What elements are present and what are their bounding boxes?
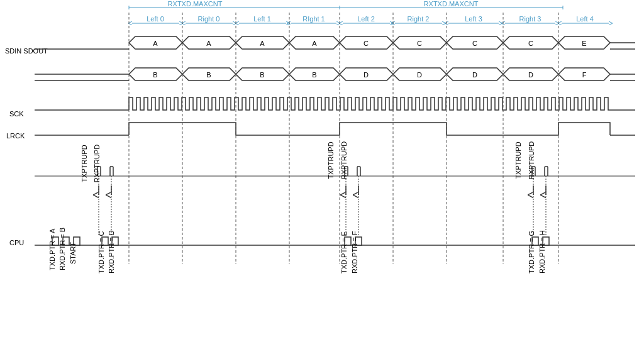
sdout-cell-5: C [417, 40, 422, 47]
cpu-label-rxd-b: RXD.PTR = B [58, 228, 66, 270]
slot-label-left4: Left 4 [576, 15, 594, 23]
cpu-label-rxd-d: RXD.PTR = D [108, 230, 115, 273]
slot-label-right3: Right 3 [519, 15, 541, 23]
sdin-cell-8: F [582, 71, 587, 79]
txptrupd-label-1: TXPTRUPD [80, 145, 88, 182]
sck-label: SCK [9, 110, 24, 118]
maxcnt-label-1: RXTXD.MAXCNT [168, 0, 223, 8]
cpu-label-txd-a: TXD.PTR = A [48, 228, 56, 270]
sdout-cell-6: C [472, 40, 477, 47]
slot-label-right0: Right 0 [198, 15, 220, 23]
sdin-cell-5: D [417, 71, 422, 79]
slot-label-left1: Left 1 [253, 15, 271, 23]
rxptrupd-label-3: RXPTRUPD [528, 141, 535, 180]
slot-label-left2: Left 2 [357, 15, 375, 23]
slot-label-right2: Right 2 [408, 15, 430, 23]
sdin-cell-1: B [206, 71, 211, 79]
sdout-cell-0: A [153, 40, 158, 47]
cpu-label-txd-e: TXD.PTR = E [340, 231, 348, 273]
cpu-label-txd-g: TXD.PTR = G [528, 231, 535, 273]
cpu-label: CPU [9, 239, 24, 246]
sdout-cell-8: E [582, 40, 586, 47]
sdin-cell-7: D [528, 71, 533, 79]
lrck-label: LRCK [6, 132, 25, 140]
slot-label-left0: Left 0 [147, 15, 164, 23]
sdin-cell-3: B [312, 71, 316, 79]
txptrupd-label-3: TXPTRUPD [514, 141, 522, 179]
maxcnt-label-2: RXTXD.MAXCNT [424, 0, 479, 8]
sdin-cell-4: D [364, 71, 369, 79]
sdout-label: SDIN SDOUT [5, 47, 48, 55]
sdin-cell-0: B [153, 71, 157, 79]
rxptrupd-label-2: RXPTRUPD [340, 141, 348, 180]
sdout-cell-1: A [206, 40, 211, 47]
sdout-cell-7: C [528, 40, 533, 47]
slot-label-right1: RIght 1 [303, 15, 325, 23]
sdout-cell-4: C [364, 40, 369, 47]
slot-label-left3: Left 3 [465, 15, 482, 23]
sdin-cell-2: B [260, 71, 264, 79]
sdout-cell-3: A [312, 40, 317, 47]
cpu-label-txd-c: TXD.PTR = C [97, 231, 105, 273]
cpu-label-rxd-h: RXD.PTR = H [538, 230, 546, 273]
cpu-label-start: START [69, 242, 77, 264]
rxptrupd-label-1: RXPTRUPD [93, 145, 101, 183]
sdin-cell-6: D [472, 71, 477, 79]
sdout-cell-2: A [260, 40, 265, 47]
txptrupd-label-2: TXPTRUPD [327, 141, 335, 179]
cpu-label-rxd-f: RXD.PTR = F [351, 231, 358, 273]
